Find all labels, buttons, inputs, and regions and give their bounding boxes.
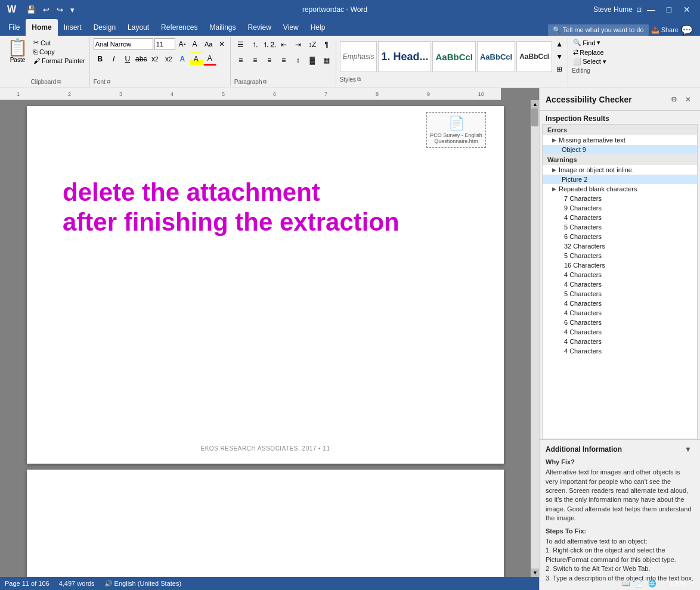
tab-help[interactable]: Help [305,19,332,36]
justify-btn[interactable]: ≡ [277,54,290,67]
styles-scroll-up[interactable]: ▲ [553,38,565,50]
tab-references[interactable]: References [155,19,203,36]
font-decrease-btn[interactable]: A- [190,38,202,50]
clear-formatting-btn[interactable]: ✕ [216,38,228,50]
tab-mailings[interactable]: Mailings [203,19,241,36]
style-heading2[interactable]: AaBbCcI [432,41,476,72]
char-item-12[interactable]: 4 Characters [543,308,697,318]
image-not-inline-item[interactable]: ▶ Image or object not inline. [543,165,697,175]
increase-indent-btn[interactable]: ⇥ [292,38,305,51]
numbering-btn[interactable]: ⒈ [249,38,262,51]
tab-design[interactable]: Design [88,19,122,36]
scroll-up-btn[interactable]: ▲ [531,100,539,108]
char-item-10[interactable]: 5 Characters [543,289,697,299]
char-item-15[interactable]: 4 Characters [543,337,697,346]
subscript-btn[interactable]: x2 [148,52,162,66]
tab-view[interactable]: View [277,19,305,36]
font-expand-icon[interactable]: ⧉ [107,79,110,85]
decrease-indent-btn[interactable]: ⇤ [277,38,290,51]
share-button[interactable]: 📤 Share [651,26,679,34]
cut-button[interactable]: ✂ Cut [32,38,87,47]
font-name-input[interactable] [94,38,153,50]
find-button[interactable]: 🔍 Find ▾ [572,38,601,47]
undo-quick-btn[interactable]: ↩ [41,4,51,15]
shading-btn[interactable]: ▓ [306,54,319,67]
text-effects-btn[interactable]: A [176,52,189,66]
sort-btn[interactable]: ↕Z [306,38,319,51]
styles-scroll-down[interactable]: ▼ [553,51,565,63]
bold-btn[interactable]: B [94,52,107,66]
style-heading3[interactable]: AaBbCcI [477,41,515,72]
style-emphasis[interactable]: Emphasis [340,41,377,72]
document-page-1[interactable]: 📄 PCO Survey - English Questionnaire.htm… [27,106,504,464]
multilevel-btn[interactable]: ⒈⒉ [263,38,276,51]
char-item-9[interactable]: 4 Characters [543,280,697,289]
change-case-btn[interactable]: Aa [203,38,215,50]
redo-quick-btn[interactable]: ↪ [55,4,65,15]
text-highlight-btn[interactable]: A [190,52,203,66]
tab-layout[interactable]: Layout [122,19,155,36]
tell-me-search[interactable]: 🔍 Tell me what you want to do [548,24,649,36]
char-item-1[interactable]: 9 Characters [543,203,697,213]
bullets-btn[interactable]: ☰ [234,38,247,51]
missing-alt-text-item[interactable]: ▶ Missing alternative text [543,135,697,145]
char-item-13[interactable]: 6 Characters [543,318,697,327]
view-web[interactable]: 🌐 [648,580,656,588]
align-right-btn[interactable]: ≡ [263,54,276,67]
align-center-btn[interactable]: ≡ [249,54,262,67]
paragraph-expand-icon[interactable]: ⧉ [263,79,267,85]
char-item-2[interactable]: 4 Characters [543,213,697,222]
repeated-blank-chars-item[interactable]: ▶ Repeated blank characters [543,184,697,194]
style-heading1[interactable]: 1. Head... [378,41,431,72]
line-spacing-btn[interactable]: ↕ [292,54,305,67]
select-button[interactable]: ⬜ Select ▾ [572,57,608,66]
copy-button[interactable]: ⎘ Copy [32,48,87,56]
picture2-item[interactable]: Picture 2 [543,175,697,184]
tab-review[interactable]: Review [241,19,277,36]
align-left-btn[interactable]: ≡ [234,54,247,67]
underline-btn[interactable]: U [121,52,134,66]
additional-info-toggle[interactable]: ▼ [682,443,694,455]
view-print[interactable]: 📄 [635,580,643,588]
font-increase-btn[interactable]: A+ [176,38,188,50]
styles-expand-icon[interactable]: ⧉ [357,76,361,83]
char-item-7[interactable]: 16 Characters [543,260,697,270]
char-item-11[interactable]: 4 Characters [543,299,697,308]
object9-item[interactable]: Object 9 [543,145,697,154]
show-marks-btn[interactable]: ¶ [320,38,333,51]
zoom-in[interactable]: + [692,580,695,587]
char-item-5[interactable]: 32 Characters [543,241,697,251]
char-item-8[interactable]: 4 Characters [543,270,697,280]
view-read[interactable]: 📖 [622,580,630,588]
save-quick-btn[interactable]: 💾 [24,4,38,15]
document-scrollbar[interactable]: ▲ ▼ [531,100,539,577]
scroll-down-btn[interactable]: ▼ [531,569,539,577]
attachment-image[interactable]: 📄 PCO Survey - English Questionnaire.htm [426,112,486,148]
font-color-btn[interactable]: A [203,52,216,66]
panel-close-btn[interactable]: ✕ [682,94,694,105]
comments-button[interactable]: 💬 [681,24,693,36]
tab-file[interactable]: File [2,19,26,36]
char-item-16[interactable]: 4 Characters [543,346,697,356]
tab-insert[interactable]: Insert [58,19,88,36]
maximize-button[interactable]: □ [661,1,677,18]
char-item-0[interactable]: 7 Characters [543,194,697,203]
panel-settings-btn[interactable]: ⚙ [668,94,680,105]
paste-button[interactable]: 📋 Paste [5,38,30,64]
strikethrough-btn[interactable]: abc [135,52,148,66]
clipboard-expand-icon[interactable]: ⧉ [57,79,61,85]
zoom-out[interactable]: − [661,580,665,587]
minimize-button[interactable]: — [643,1,659,18]
tab-home[interactable]: Home [26,19,57,36]
format-painter-button[interactable]: 🖌 Format Painter [32,57,87,65]
superscript-btn[interactable]: x2 [162,52,175,66]
scroll-thumb[interactable] [531,108,538,126]
inspection-results[interactable]: Errors ▶ Missing alternative text Object… [542,124,698,439]
char-item-3[interactable]: 5 Characters [543,222,697,232]
font-size-input[interactable] [154,38,175,50]
replace-button[interactable]: ⇄ Replace [572,48,605,57]
char-item-4[interactable]: 6 Characters [543,232,697,241]
styles-more[interactable]: ⊞ [553,63,565,75]
char-item-14[interactable]: 4 Characters [543,327,697,337]
style-heading4[interactable]: AaBbCcI [516,41,552,72]
